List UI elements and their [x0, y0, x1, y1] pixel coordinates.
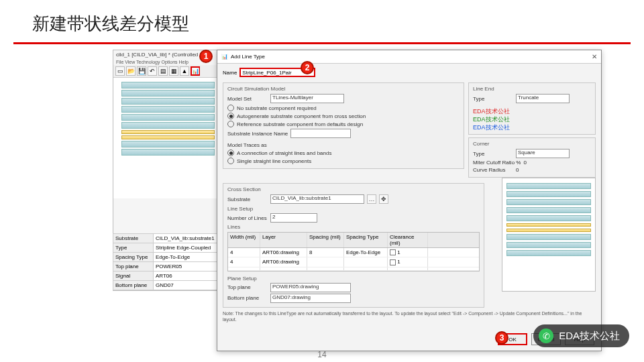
table-row[interactable] — [228, 267, 479, 271]
add-line-type-dialog: 📊 Add Line Type ✕ Name Circuit Simulatio… — [217, 50, 602, 351]
curve-value: 0 — [516, 167, 519, 173]
wechat-icon: ✆ — [539, 328, 553, 343]
radio-label: Single straight line components — [237, 158, 311, 164]
radio-label: No substrate component required — [237, 105, 317, 111]
prop-key: Top plane — [113, 262, 154, 271]
group-title: Cross Section — [227, 186, 480, 192]
radio-straight-bands[interactable] — [227, 149, 234, 156]
marker-2: 2 — [301, 61, 314, 74]
toolbar: ▭ 📂 💾 ↶ ▤ ▦ ▲ 📊 — [113, 65, 223, 78]
marker-1: 1 — [199, 50, 213, 63]
topplane-select[interactable]: POWER05:drawing — [270, 283, 351, 292]
numlines-label: Number of Lines — [227, 215, 268, 221]
linesetup-label: Line Setup — [227, 206, 480, 212]
properties-panel: SubstrateCILD_VIA_lib:substrate1 TypeStr… — [113, 234, 223, 290]
prop-key: Bottom plane — [113, 281, 154, 290]
botplane-label: Bottom plane — [227, 295, 268, 301]
radio-autogen[interactable] — [227, 113, 234, 119]
line-end-group: Line End TypeTruncate EDA技术公社 EDA技术公社 ED… — [468, 82, 596, 135]
lineend-type-label: Type — [473, 96, 513, 102]
undo-icon[interactable]: ↶ — [148, 66, 157, 76]
app-icon: 📊 — [221, 54, 228, 60]
miter-label: Miter Cutoff Ratio % — [473, 160, 521, 166]
chart-icon[interactable]: 📊 — [191, 66, 200, 76]
dialog-title: Add Line Type — [231, 54, 265, 60]
new-icon[interactable]: ▭ — [115, 66, 125, 76]
col-spacing: Spacing (mil) — [307, 233, 344, 247]
corner-type-label: Type — [473, 151, 513, 157]
prop-key: Spacing Type — [113, 253, 154, 261]
prop-val[interactable]: Edge-To-Edge — [154, 253, 223, 261]
save-icon[interactable]: 💾 — [137, 66, 146, 76]
miter-value: 0 — [523, 160, 526, 166]
name-label: Name — [223, 70, 237, 76]
prop-val[interactable]: POWER05 — [154, 262, 223, 271]
col-width: Width (mil) — [228, 233, 260, 247]
layer-icon[interactable]: ▦ — [169, 66, 178, 76]
slide-title: 新建带状线差分模型 — [0, 0, 644, 42]
cross-section-group: Cross Section SubstrateCILD_VIA_lib:subs… — [223, 183, 484, 308]
traces-label: Model Traces as — [227, 142, 268, 148]
lines-table: Width (mil) Layer Spacing (mil) Spacing … — [227, 232, 480, 272]
col-spacingtype: Spacing Type — [344, 233, 388, 247]
dialog-titlebar: 📊 Add Line Type ✕ — [217, 50, 601, 64]
prop-key: Signal — [113, 272, 154, 280]
corner-type-select[interactable]: Square — [516, 149, 570, 158]
watermark: EDA技术公社 EDA技术公社 EDA技术公社 — [473, 107, 591, 131]
clearance-checkbox[interactable] — [390, 259, 396, 265]
design-canvas[interactable] — [113, 78, 223, 198]
modelset-label: Model Set — [227, 96, 268, 102]
tool-icon[interactable]: ▤ — [158, 66, 168, 76]
table-row[interactable]: 4ART06:drawing8Edge-To-Edge 1 — [228, 248, 479, 257]
prop-val[interactable]: Stripline Edge-Coupled — [154, 243, 223, 252]
group-title: Corner — [473, 141, 591, 147]
marker-3: 3 — [495, 331, 508, 345]
cross-sub-label: Substrate — [227, 196, 268, 202]
prop-val[interactable]: GND07 — [154, 281, 223, 290]
subinst-select[interactable] — [290, 129, 351, 138]
table-row[interactable]: 4ART06:drawing 1 — [228, 257, 479, 267]
browse-icon[interactable]: … — [367, 194, 376, 204]
col-clearance: Clearance (mil) — [388, 233, 428, 247]
group-title: Line End — [473, 86, 591, 92]
clearance-checkbox[interactable] — [390, 249, 396, 255]
topplane-label: Top plane — [227, 284, 268, 290]
radio-label: Autogenerate substrate component from cr… — [237, 113, 366, 119]
radio-no-sub[interactable] — [227, 105, 234, 111]
planesetup-label: Plane Setup — [227, 276, 480, 282]
modelset-select[interactable]: TLines-Multilayer — [270, 94, 344, 103]
wechat-badge: ✆ EDA技术公社 — [533, 324, 629, 347]
corner-group: Corner TypeSquare Miter Cutoff Ratio %0 … — [468, 137, 596, 178]
page-number: 14 — [0, 350, 644, 359]
title-underline — [13, 42, 631, 44]
note-text: Note: The changes to this LineType are n… — [223, 310, 596, 322]
lines-label: Lines — [227, 224, 480, 230]
plot-icon[interactable]: ▲ — [180, 66, 189, 76]
prop-key: Substrate — [113, 234, 154, 243]
prop-val[interactable]: ART06 — [154, 272, 223, 280]
move-icon[interactable]: ✥ — [379, 194, 388, 204]
numlines-select[interactable]: 2 — [270, 213, 317, 223]
subinst-label: Substrate Instance Name — [227, 131, 288, 137]
botplane-select[interactable]: GND07:drawing — [270, 294, 351, 303]
circuit-sim-group: Circuit Simulation Model Model SetTLines… — [223, 82, 464, 169]
radio-single-straight[interactable] — [227, 158, 234, 164]
radio-ref-default[interactable] — [227, 121, 234, 127]
col-layer: Layer — [260, 233, 307, 247]
prop-val[interactable]: CILD_VIA_lib:substrate1 — [154, 234, 223, 243]
prop-key: Type — [113, 243, 154, 252]
curve-label: Curve Radius — [473, 167, 513, 173]
close-icon[interactable]: ✕ — [592, 53, 597, 60]
cross-section-preview — [502, 178, 596, 292]
wechat-label: EDA技术公社 — [559, 330, 620, 343]
radio-label: Reference substrate component from defau… — [237, 121, 363, 127]
lineend-type-select[interactable]: Truncate — [516, 94, 570, 103]
cross-sub-select[interactable]: CILD_VIA_lib:substrate1 — [270, 194, 364, 204]
group-title: Circuit Simulation Model — [227, 86, 460, 92]
open-icon[interactable]: 📂 — [126, 66, 136, 76]
radio-label: A connection of straight lines and bands — [237, 150, 331, 156]
